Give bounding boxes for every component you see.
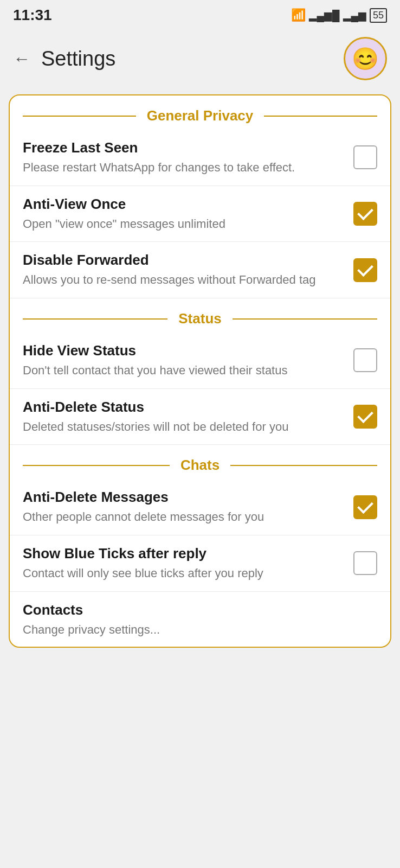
setting-text-freeze-last-seen: Freeze Last Seen Please restart WhatsApp… xyxy=(23,139,353,176)
section-header-chats: Chats xyxy=(10,445,390,479)
section-line-left xyxy=(23,116,136,117)
setting-label-anti-view-once: Anti-View Once xyxy=(23,196,353,213)
setting-desc-show-blue-ticks: Contact will only see blue ticks after y… xyxy=(23,565,353,582)
signal-bars-2-icon: ▂▄▆ xyxy=(343,9,366,22)
status-icons: 📶 ▂▄▆█ ▂▄▆ 55 xyxy=(291,8,387,23)
contacts-label: Contacts xyxy=(23,592,377,623)
avatar-emoji: 😊 xyxy=(352,46,379,72)
checkbox-freeze-last-seen[interactable] xyxy=(353,145,377,169)
setting-hide-view-status: Hide View Status Don't tell contact that… xyxy=(10,333,390,389)
setting-desc-anti-view-once: Open "view once" messages unlimited xyxy=(23,216,353,232)
setting-label-show-blue-ticks: Show Blue Ticks after reply xyxy=(23,545,353,562)
setting-label-hide-view-status: Hide View Status xyxy=(23,342,353,359)
setting-desc-disable-forwarded: Allows you to re-send messages without F… xyxy=(23,272,353,288)
avatar[interactable]: 😊 xyxy=(344,37,387,80)
setting-text-anti-delete-messages: Anti-Delete Messages Other people cannot… xyxy=(23,489,353,525)
section-line-status-right xyxy=(233,318,377,320)
checkbox-anti-view-once[interactable] xyxy=(353,202,377,226)
setting-text-hide-view-status: Hide View Status Don't tell contact that… xyxy=(23,342,353,379)
setting-label-disable-forwarded: Disable Forwarded xyxy=(23,252,353,269)
battery-icon: 55 xyxy=(370,8,387,23)
setting-desc-anti-delete-status: Deleted statuses/stories will not be del… xyxy=(23,419,353,435)
setting-anti-delete-status: Anti-Delete Status Deleted statuses/stor… xyxy=(10,389,390,445)
section-line-right xyxy=(264,116,377,117)
page-title: Settings xyxy=(41,47,115,71)
setting-text-disable-forwarded: Disable Forwarded Allows you to re-send … xyxy=(23,252,353,288)
setting-text-anti-view-once: Anti-View Once Open "view once" messages… xyxy=(23,196,353,232)
checkbox-disable-forwarded[interactable] xyxy=(353,258,377,282)
app-header: ← Settings 😊 xyxy=(0,28,400,89)
setting-desc-anti-delete-messages: Other people cannot delete messages for … xyxy=(23,509,353,525)
header-left: ← Settings xyxy=(13,47,115,71)
status-bar: 11:31 📶 ▂▄▆█ ▂▄▆ 55 xyxy=(0,0,400,28)
settings-card: General Privacy Freeze Last Seen Please … xyxy=(9,94,391,648)
checkbox-hide-view-status[interactable] xyxy=(353,348,377,372)
section-header-general-privacy: General Privacy xyxy=(10,95,390,130)
checkbox-show-blue-ticks[interactable] xyxy=(353,551,377,575)
status-time: 11:31 xyxy=(13,7,52,24)
setting-text-show-blue-ticks: Show Blue Ticks after reply Contact will… xyxy=(23,545,353,582)
section-line-chats-left xyxy=(23,465,170,466)
section-title-chats: Chats xyxy=(176,457,224,474)
setting-label-freeze-last-seen: Freeze Last Seen xyxy=(23,139,353,156)
setting-text-anti-delete-status: Anti-Delete Status Deleted statuses/stor… xyxy=(23,399,353,435)
setting-desc-hide-view-status: Don't tell contact that you have viewed … xyxy=(23,362,353,379)
contacts-desc: Change privacy settings... xyxy=(23,623,377,637)
setting-anti-delete-messages: Anti-Delete Messages Other people cannot… xyxy=(10,479,390,535)
section-header-status: Status xyxy=(10,298,390,333)
wifi-icon: 📶 xyxy=(291,8,306,22)
setting-desc-freeze-last-seen: Please restart WhatsApp for changes to t… xyxy=(23,159,353,176)
checkbox-anti-delete-messages[interactable] xyxy=(353,495,377,519)
section-line-chats-right xyxy=(230,465,377,466)
setting-label-anti-delete-messages: Anti-Delete Messages xyxy=(23,489,353,506)
back-button[interactable]: ← xyxy=(13,49,30,69)
setting-label-anti-delete-status: Anti-Delete Status xyxy=(23,399,353,416)
setting-disable-forwarded: Disable Forwarded Allows you to re-send … xyxy=(10,242,390,298)
section-title-status: Status xyxy=(174,310,225,327)
checkbox-anti-delete-status[interactable] xyxy=(353,405,377,429)
setting-anti-view-once: Anti-View Once Open "view once" messages… xyxy=(10,186,390,242)
setting-freeze-last-seen: Freeze Last Seen Please restart WhatsApp… xyxy=(10,130,390,186)
signal-bars-icon: ▂▄▆█ xyxy=(309,9,340,22)
section-title-general-privacy: General Privacy xyxy=(143,107,258,124)
section-line-status-left xyxy=(23,318,167,320)
contacts-section-partial: Contacts Change privacy settings... xyxy=(10,592,390,647)
setting-show-blue-ticks: Show Blue Ticks after reply Contact will… xyxy=(10,535,390,592)
